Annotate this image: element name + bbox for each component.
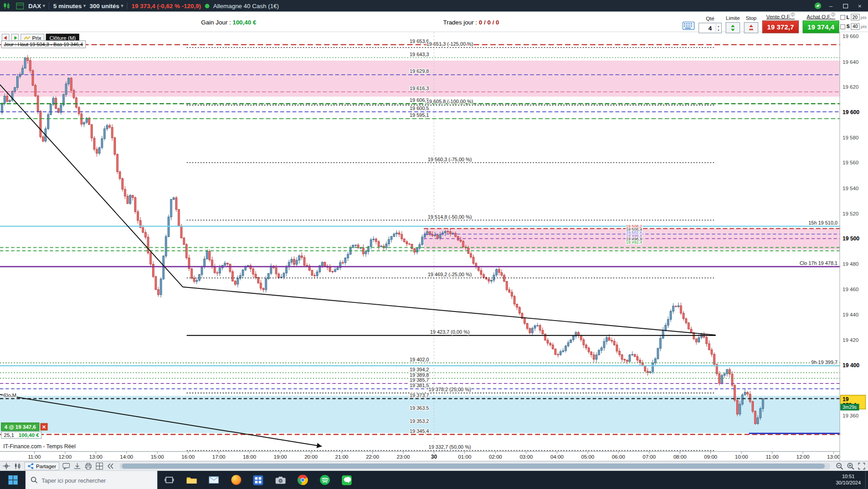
pts-label: pts — [861, 24, 867, 29]
taskbar: Taper ici pour rechercher 10:51 30/10/20… — [0, 471, 868, 489]
taskbar-clock[interactable]: 10:51 30/10/2024 — [831, 474, 865, 487]
time-tick-label: 11:00 — [28, 454, 41, 460]
time-tick-label: 17:00 — [212, 454, 225, 460]
spotify-icon[interactable] — [313, 471, 336, 489]
maximize-button[interactable] — [840, 1, 851, 10]
time-tick-label: 22:00 — [366, 454, 379, 460]
comment-icon[interactable] — [62, 462, 71, 470]
price-tick-label: 19 580 — [843, 134, 859, 140]
price-tick-label: 19 420 — [843, 337, 859, 343]
info-icon: ⓘ — [831, 13, 835, 17]
messenger-green-icon[interactable] — [336, 471, 358, 489]
info-icon: ⓘ — [791, 13, 795, 17]
time-tick-label: 13:00 — [827, 454, 840, 460]
start-button[interactable] — [0, 471, 25, 489]
horizontal-scrollbar[interactable] — [120, 463, 830, 469]
time-tick-label: 03:00 — [520, 454, 533, 460]
candle-countdown: 3m29s — [840, 404, 859, 411]
buy-button[interactable]: 19 374,4 — [803, 20, 839, 33]
stop-checkbox[interactable] — [840, 24, 845, 29]
limit-distance-input[interactable]: 20 — [850, 14, 859, 21]
maximize-icon — [843, 4, 848, 8]
apps-grid-icon[interactable] — [247, 471, 269, 489]
stop-letter: S — [846, 24, 849, 29]
firefox-icon[interactable] — [225, 471, 247, 489]
pts-label: pts — [860, 14, 866, 19]
time-tick-label: 13:00 — [89, 454, 102, 460]
title-bar: DAX 5 minutes 300 unités 19 373,4 (-0,62… — [0, 0, 868, 12]
bottom-toolbar: Partager — [0, 461, 868, 471]
zoom-in-icon[interactable] — [846, 462, 854, 470]
instrument-selector[interactable]: DAX — [28, 3, 45, 10]
position-badge[interactable]: 4 @ 19 347,6 — [1, 422, 39, 431]
share-button[interactable]: Partager — [24, 462, 60, 470]
cursor-tool-icon[interactable] — [2, 462, 10, 470]
price-tick-label: 19 500 — [843, 235, 859, 241]
taskbar-search[interactable]: Taper ici pour rechercher — [25, 471, 157, 489]
feed-watermark: IT-Finance.com - Temps Réel — [2, 443, 77, 449]
time-tick-label: 12:00 — [58, 454, 72, 460]
instrument-name: Allemagne 40 Cash (1€) — [213, 3, 279, 10]
time-tick-label: 12:00 — [796, 454, 810, 460]
units-selector[interactable]: 300 unités — [90, 3, 123, 10]
day-trades: Trades jour : 0 / 0 / 0 — [443, 19, 499, 26]
close-position-icon[interactable]: ✕ — [40, 423, 48, 431]
price-axis[interactable]: 19 373,4 3m29s 19 66019 64019 62019 6001… — [840, 32, 868, 461]
price-tick-label: 19 540 — [843, 185, 859, 191]
trend-line[interactable] — [183, 287, 716, 335]
workspace-mini-icon[interactable] — [15, 2, 24, 10]
price-tick-label: 19 560 — [843, 160, 859, 166]
day-gain-label: Gain Jour : — [201, 19, 231, 26]
minimize-button[interactable]: – — [825, 1, 836, 10]
show-desktop-button[interactable] — [865, 471, 868, 489]
scrollbar-thumb[interactable] — [122, 464, 825, 469]
sell-button[interactable]: 19 372,7 — [762, 20, 799, 33]
order-panel: Qté 4 ▲▼ Limite Stop Vente O.F.ⓘ 19 372,… — [682, 12, 839, 34]
keyboard-icon[interactable] — [682, 22, 695, 32]
candlestick-mini-icon[interactable] — [3, 2, 12, 10]
chart-plot[interactable]: 19 653,619 643,319 629,819 616,319 606,9… — [0, 32, 840, 461]
camera-icon[interactable] — [269, 471, 292, 489]
quantity-stepper[interactable]: 4 ▲▼ — [699, 23, 722, 33]
file-explorer-icon[interactable] — [181, 471, 203, 489]
time-tick-label: 20:00 — [304, 454, 317, 460]
save-icon[interactable] — [73, 462, 82, 470]
buy-label: Achat O.F.ⓘ — [807, 12, 835, 19]
price-tick-label: 19 600 — [843, 109, 859, 115]
level-label: 19 402,0 — [410, 357, 429, 362]
time-tick-label: 10:00 — [735, 454, 748, 460]
level-label: Clo M — [3, 393, 16, 398]
mail-icon[interactable] — [203, 471, 225, 489]
timeframe-label: 5 minutes — [53, 3, 82, 10]
stop-order-button[interactable] — [744, 22, 758, 33]
chart-style-icon[interactable] — [13, 462, 21, 470]
clock-date: 30/10/2024 — [836, 480, 861, 486]
print-icon[interactable] — [84, 462, 92, 470]
green-logo-icon[interactable] — [813, 2, 822, 10]
prorealtime-window: DAX 5 minutes 300 unités 19 373,4 (-0,62… — [0, 0, 868, 489]
close-button[interactable]: × — [854, 1, 865, 10]
level-label: 19 332,7 (50,00 %) — [429, 444, 471, 450]
limit-distance-row: L 20 pts — [840, 14, 867, 21]
price-band[interactable] — [0, 61, 840, 97]
time-tick-label: 02:00 — [489, 454, 502, 460]
stop-label: Stop — [746, 15, 757, 21]
panels-icon[interactable] — [96, 462, 104, 470]
day-gain: Gain Jour : 100,40 € — [201, 19, 256, 26]
zoom-out-icon[interactable] — [835, 462, 844, 470]
fullscreen-icon[interactable] — [858, 462, 866, 470]
stepper-arrows-icon[interactable]: ▲▼ — [716, 24, 721, 32]
limit-order-button[interactable] — [726, 22, 740, 33]
limit-icon — [729, 24, 737, 31]
chrome-icon[interactable] — [291, 471, 313, 489]
timeframe-selector[interactable]: 5 minutes — [53, 3, 86, 10]
divider — [127, 2, 128, 10]
collapse-left-icon[interactable] — [106, 462, 115, 470]
task-view-button[interactable] — [157, 471, 180, 489]
limit-checkbox[interactable] — [840, 14, 845, 19]
level-label: 19 651,3 (-125,00 %) — [427, 41, 473, 47]
trend-line[interactable] — [0, 85, 183, 287]
level-label: 19 629,8 — [410, 68, 429, 74]
time-tick-label: 11:00 — [766, 454, 778, 460]
stop-distance-input[interactable]: 40 — [851, 23, 860, 30]
